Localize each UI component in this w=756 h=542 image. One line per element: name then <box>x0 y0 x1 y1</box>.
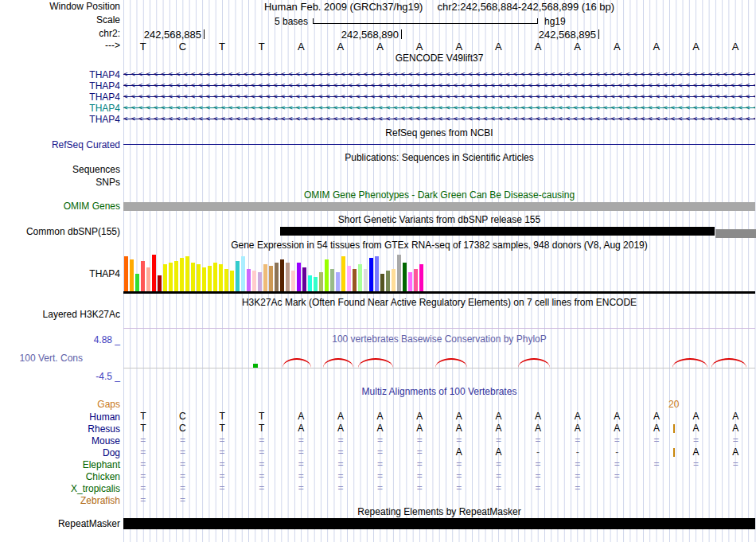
gtex-expression-bar[interactable] <box>213 263 217 291</box>
species-label-human[interactable]: Human <box>0 411 120 423</box>
ruler-base[interactable]: A <box>282 41 321 53</box>
gtex-expression-bar[interactable] <box>230 271 234 291</box>
gtex-expression-bar[interactable] <box>135 274 139 291</box>
gtex-expression-bar[interactable] <box>252 271 256 291</box>
alignment-cell: = <box>399 458 439 470</box>
gtex-expression-bar[interactable] <box>163 264 167 291</box>
ruler-base[interactable]: A <box>399 41 439 53</box>
species-label-elephant[interactable]: Elephant <box>0 459 120 470</box>
gtex-expression-bar[interactable] <box>392 269 396 291</box>
ruler-base[interactable]: T <box>202 41 242 53</box>
ruler-base[interactable]: A <box>321 41 360 53</box>
gtex-expression-bar[interactable] <box>124 256 128 291</box>
gtex-expression-bar[interactable] <box>364 269 368 291</box>
repeatmasker-label[interactable]: RepeatMasker <box>0 519 120 529</box>
species-label-x-tropicalis[interactable]: X_tropicalis <box>0 483 120 494</box>
gtex-expression-bar[interactable] <box>269 266 273 291</box>
gtex-expression-bar[interactable] <box>369 258 373 291</box>
gtex-expression-bar[interactable] <box>297 263 301 291</box>
gtex-expression-bar[interactable] <box>152 255 156 291</box>
gtex-gene-model-line[interactable] <box>123 291 755 294</box>
snps-label[interactable]: SNPs <box>0 177 120 188</box>
h3k27ac-label[interactable]: Layered H3K27Ac <box>0 310 120 320</box>
gtex-expression-bar[interactable] <box>247 269 251 291</box>
gtex-expression-bar[interactable] <box>380 274 384 291</box>
gtex-expression-bar[interactable] <box>286 263 290 291</box>
gtex-gene-label[interactable]: THAP4 <box>0 269 120 279</box>
omim-gene-bar[interactable] <box>123 202 755 211</box>
gtex-expression-bar[interactable] <box>174 261 178 291</box>
species-label-chicken[interactable]: Chicken <box>0 471 120 482</box>
gtex-expression-bar[interactable] <box>341 256 345 291</box>
ruler-base[interactable]: A <box>676 41 716 53</box>
ruler-base[interactable]: A <box>518 41 558 53</box>
gtex-expression-bar[interactable] <box>141 261 145 291</box>
dbsnp-label[interactable]: Common dbSNP(155) <box>0 227 120 237</box>
sequences-label[interactable]: Sequences <box>0 165 120 175</box>
ruler-base[interactable]: T <box>242 41 282 53</box>
species-label-rhesus[interactable]: Rhesus <box>0 423 120 435</box>
gtex-expression-bar[interactable] <box>180 258 184 291</box>
ruler-base[interactable]: T <box>123 41 163 53</box>
ruler-base[interactable]: A <box>479 41 519 53</box>
phylop-track-label[interactable]: 100 Vert. Cons <box>0 353 83 364</box>
gtex-expression-bar[interactable] <box>353 269 357 291</box>
refseq-curated-label[interactable]: RefSeq Curated <box>0 140 120 150</box>
gtex-expression-bar[interactable] <box>263 264 267 291</box>
gtex-expression-bar[interactable] <box>208 266 212 291</box>
species-label-zebrafish[interactable]: Zebrafish <box>0 495 120 506</box>
omim-genes-label[interactable]: OMIM Genes <box>0 201 120 212</box>
repeatmasker-bar[interactable] <box>123 518 755 529</box>
species-label-mouse[interactable]: Mouse <box>0 435 120 446</box>
gtex-expression-bar[interactable] <box>236 261 240 291</box>
gtex-expression-bar[interactable] <box>158 275 162 291</box>
gencode-transcript-label[interactable]: THAP4 <box>0 92 120 103</box>
gtex-expression-bar[interactable] <box>358 264 362 291</box>
gtex-expression-bar[interactable] <box>386 271 390 291</box>
gtex-expression-bar[interactable] <box>146 267 150 291</box>
ruler-base[interactable]: A <box>715 41 755 53</box>
gtex-expression-bar[interactable] <box>224 269 228 291</box>
gtex-expression-bar[interactable] <box>325 259 329 291</box>
gaps-label[interactable]: Gaps <box>0 400 120 410</box>
gtex-expression-bar[interactable] <box>241 256 245 291</box>
gtex-expression-bar[interactable] <box>414 269 418 291</box>
gencode-transcript-label[interactable]: THAP4 <box>0 103 120 114</box>
gtex-expression-bar[interactable] <box>280 259 284 291</box>
gtex-expression-bar[interactable] <box>291 271 295 291</box>
dbsnp-variant-bar[interactable] <box>280 227 715 236</box>
gtex-expression-bar[interactable] <box>419 264 423 291</box>
gtex-expression-bar[interactable] <box>219 264 223 291</box>
gtex-expression-bar[interactable] <box>258 272 262 291</box>
gtex-expression-bar[interactable] <box>375 256 379 291</box>
gencode-transcript-label[interactable]: THAP4 <box>0 114 120 125</box>
gtex-expression-bar[interactable] <box>197 264 201 291</box>
gencode-transcript-label[interactable]: THAP4 <box>0 69 120 80</box>
ruler-base[interactable]: A <box>558 41 598 53</box>
gtex-expression-bar[interactable] <box>319 272 323 291</box>
ruler-base[interactable]: A <box>637 41 676 53</box>
gtex-expression-bar[interactable] <box>336 272 340 291</box>
gtex-expression-bar[interactable] <box>202 267 206 291</box>
gtex-expression-bar[interactable] <box>308 275 312 291</box>
ruler-base[interactable]: A <box>439 41 479 53</box>
dbsnp-variant-bar-gray[interactable] <box>715 229 756 238</box>
gtex-expression-bar[interactable] <box>314 277 318 291</box>
gtex-expression-bar[interactable] <box>403 263 407 291</box>
gtex-expression-bar[interactable] <box>302 267 306 291</box>
gtex-expression-bar[interactable] <box>408 272 412 291</box>
ruler-base[interactable]: A <box>360 41 400 53</box>
gtex-expression-bar[interactable] <box>191 263 195 291</box>
gtex-expression-bar[interactable] <box>347 266 351 291</box>
gtex-expression-bar[interactable] <box>130 259 134 291</box>
ruler-base[interactable]: C <box>163 41 203 53</box>
gtex-expression-bar[interactable] <box>169 263 173 291</box>
gtex-expression-bar[interactable] <box>185 256 189 291</box>
gtex-expression-bar[interactable] <box>397 255 401 291</box>
species-label-dog[interactable]: Dog <box>0 447 120 458</box>
refseq-gene-line[interactable] <box>123 144 755 145</box>
ruler-base[interactable]: A <box>598 41 637 53</box>
gtex-expression-bar[interactable] <box>330 269 334 291</box>
gtex-expression-bar[interactable] <box>275 263 279 291</box>
gencode-transcript-label[interactable]: THAP4 <box>0 80 120 92</box>
